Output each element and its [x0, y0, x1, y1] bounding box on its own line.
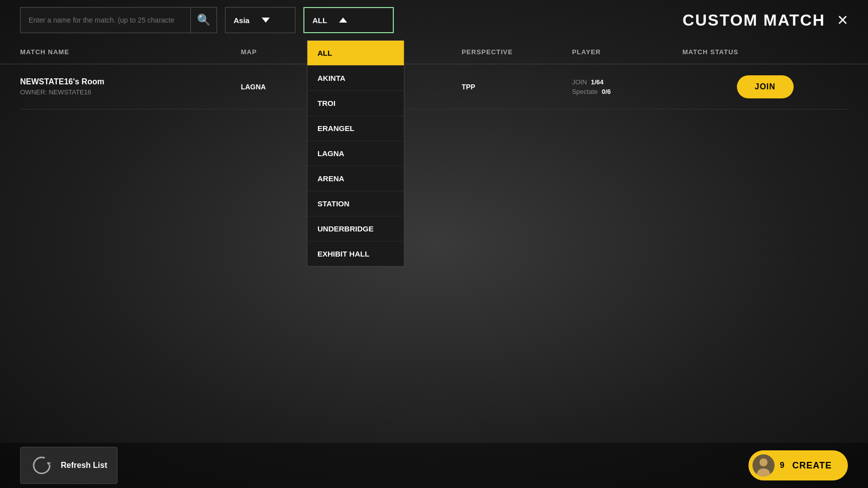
search-box	[20, 7, 191, 33]
avatar	[752, 454, 775, 476]
create-button[interactable]: 9 CREATE	[748, 450, 848, 480]
search-input[interactable]	[29, 16, 174, 24]
col-player: PLAYER	[572, 48, 683, 56]
map-chevron-up-icon	[339, 18, 347, 23]
dropdown-item-station[interactable]: STATION	[307, 191, 404, 216]
spectate-count: 0/6	[602, 88, 611, 95]
search-icon: 🔍	[197, 14, 210, 27]
dropdown-item-underbridge[interactable]: UNDERBRIDGE	[307, 216, 404, 241]
table-body: NEWSTATE16's Room OWNER: NEWSTATE16 LAGN…	[0, 64, 868, 109]
header: 🔍 Asia ALL CUSTOM MATCH ×	[0, 0, 868, 40]
svg-point-3	[759, 458, 768, 466]
refresh-button[interactable]: Refresh List	[20, 447, 118, 484]
col-perspective: PERSPECTIVE	[462, 48, 572, 56]
join-label: JOIN	[572, 78, 587, 86]
close-button[interactable]: ×	[837, 11, 848, 29]
dropdown-item-all[interactable]: ALL	[307, 41, 404, 66]
page-title: CUSTOM MATCH	[683, 11, 825, 30]
join-count: 1/64	[591, 78, 603, 86]
cell-player: JOIN 1/64 Spectate 0/6	[572, 78, 683, 95]
dropdown-item-lagna[interactable]: LAGNA	[307, 141, 404, 166]
refresh-label: Refresh List	[61, 461, 107, 470]
match-name-text: NEWSTATE16's Room	[20, 77, 241, 86]
match-owner-text: OWNER: NEWSTATE16	[20, 88, 241, 96]
cell-perspective: TPP	[462, 83, 572, 91]
create-count: 9	[780, 461, 784, 470]
create-label: CREATE	[792, 460, 832, 471]
spectate-label: Spectate	[572, 88, 598, 95]
table-header: MATCH NAME MAP PERSPECTIVE PLAYER MATCH …	[0, 40, 868, 64]
search-button[interactable]: 🔍	[191, 7, 217, 33]
dropdown-item-akinta[interactable]: AKINTA	[307, 66, 404, 91]
dropdown-item-troi[interactable]: TROI	[307, 91, 404, 116]
header-left: 🔍 Asia ALL	[20, 7, 394, 33]
table-row: NEWSTATE16's Room OWNER: NEWSTATE16 LAGN…	[20, 64, 848, 109]
map-dropdown[interactable]: ALL	[303, 7, 394, 33]
region-label: Asia	[234, 16, 250, 25]
header-right: CUSTOM MATCH ×	[683, 11, 848, 30]
col-match-status: MATCH STATUS	[682, 48, 848, 56]
cell-match-status: JOIN	[682, 75, 848, 98]
region-dropdown[interactable]: Asia	[225, 7, 295, 33]
map-filter-label: ALL	[312, 16, 327, 25]
svg-point-0	[34, 457, 50, 473]
spectate-info: Spectate 0/6	[572, 88, 683, 95]
cell-match-name: NEWSTATE16's Room OWNER: NEWSTATE16	[20, 77, 241, 96]
refresh-icon	[31, 454, 53, 476]
footer: Refresh List 9 CREATE	[0, 443, 868, 488]
dropdown-item-arena[interactable]: ARENA	[307, 166, 404, 191]
map-dropdown-menu: ALL AKINTA TROI ERANGEL LAGNA ARENA STAT…	[307, 40, 404, 267]
dropdown-item-erangel[interactable]: ERANGEL	[307, 116, 404, 141]
join-info: JOIN 1/64	[572, 78, 683, 86]
dropdown-item-exhibit-hall[interactable]: EXHIBIT HALL	[307, 241, 404, 266]
region-chevron-down-icon	[262, 18, 270, 23]
join-button[interactable]: JOIN	[737, 75, 794, 98]
col-match-name: MATCH NAME	[20, 48, 241, 56]
